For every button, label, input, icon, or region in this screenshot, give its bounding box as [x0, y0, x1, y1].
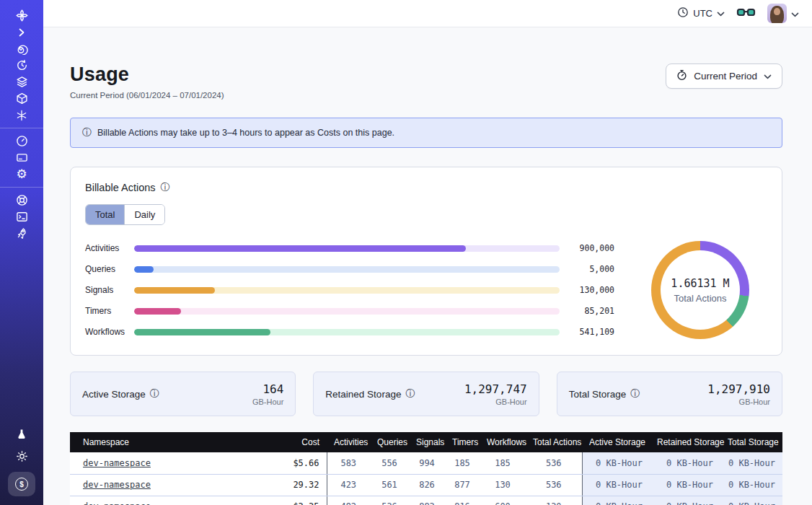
period-button-label: Current Period	[694, 71, 757, 82]
bar-activities	[134, 245, 466, 252]
cube-icon[interactable]	[9, 90, 35, 107]
total-storage-card: Total Storage ⓘ 1,297,910 GB-Hour	[557, 372, 782, 416]
total-actions-label: Total Actions	[674, 293, 727, 304]
bar-timers	[134, 308, 181, 315]
credit-card-icon[interactable]	[9, 149, 35, 166]
timezone-label: UTC	[693, 8, 712, 19]
col-namespace: Namespace	[70, 432, 243, 452]
bar-row-signals: Signals 130,000	[85, 286, 614, 295]
sidebar-divider	[0, 128, 43, 128]
col-total-storage: Total Storage	[720, 432, 782, 452]
table-row: dev-namespace 29.32 423 561 826 877 130 …	[70, 474, 782, 496]
col-timers: Timers	[445, 432, 480, 452]
retained-storage-value: 1,297,747	[464, 382, 527, 396]
bar-row-workflows: Workflows 541,109	[85, 328, 614, 337]
sun-icon[interactable]	[9, 448, 35, 465]
page-subtitle: Current Period (06/01/2024 – 07/01/2024)	[70, 91, 224, 100]
app-window: ⚙	[0, 0, 812, 505]
namespace-usage-table: Namespace Cost Activities Queries Signal…	[70, 432, 782, 505]
bar-row-queries: Queries 5,000	[85, 265, 614, 274]
spiral-icon[interactable]	[9, 40, 35, 57]
col-workflows: Workflows	[480, 432, 526, 452]
chevron-down-icon	[717, 8, 725, 19]
topbar: UTC	[43, 0, 812, 27]
info-icon[interactable]: ⓘ	[405, 387, 415, 400]
avatar	[767, 4, 787, 23]
glasses-icon[interactable]	[736, 6, 756, 21]
info-icon[interactable]: ⓘ	[150, 387, 159, 400]
sidebar-divider	[0, 187, 43, 188]
table-header-row: Namespace Cost Activities Queries Signal…	[70, 432, 782, 452]
rocket-icon[interactable]	[9, 225, 35, 242]
namespace-link[interactable]: dev-namespace	[83, 480, 151, 490]
col-active-storage: Active Storage	[582, 432, 650, 452]
layers-icon[interactable]	[9, 74, 35, 90]
main-panel: UTC Usage	[43, 0, 812, 505]
bar-queries	[134, 266, 154, 273]
namespace-link[interactable]: dev-namespace	[83, 501, 151, 505]
col-cost: Cost	[243, 432, 327, 452]
info-banner: ⓘ Billable Actions may take up to 3–4 ho…	[70, 118, 782, 148]
stopwatch-icon	[676, 69, 687, 83]
chevron-right-icon[interactable]	[9, 24, 35, 40]
lifebuoy-icon[interactable]	[9, 192, 35, 208]
donut-chart-area: 1.66131 M Total Actions	[633, 241, 767, 339]
chevron-down-icon	[764, 71, 772, 82]
current-period-button[interactable]: Current Period	[666, 63, 782, 89]
temporal-logo-icon[interactable]	[9, 7, 35, 24]
col-retained-storage: Retained Storage	[650, 432, 720, 452]
col-signals: Signals	[409, 432, 445, 452]
flask-icon[interactable]	[9, 426, 35, 442]
billable-actions-chart: Activities 900,000 Queries 5,000 Signals	[85, 241, 767, 339]
gauge-icon[interactable]	[9, 133, 35, 149]
user-menu[interactable]	[767, 4, 799, 23]
bar-row-activities: Activities 900,000	[85, 244, 614, 253]
info-icon[interactable]: ⓘ	[161, 181, 170, 194]
clock-icon	[677, 6, 689, 20]
info-banner-text: Billable Actions may take up to 3–4 hour…	[97, 128, 394, 138]
dollar-coin-icon[interactable]: $	[8, 472, 35, 496]
terminal-icon[interactable]	[9, 208, 35, 225]
bar-workflows	[134, 329, 270, 335]
total-actions-value: 1.66131 M	[671, 277, 729, 290]
tab-daily[interactable]: Daily	[124, 205, 164, 224]
active-storage-value: 164	[252, 382, 283, 396]
total-actions-donut: 1.66131 M Total Actions	[651, 241, 749, 339]
content-area: Usage Current Period (06/01/2024 – 07/01…	[43, 27, 812, 505]
col-total-actions: Total Actions	[526, 432, 582, 452]
billable-actions-tabs: Total Daily	[85, 204, 165, 225]
bar-chart: Activities 900,000 Queries 5,000 Signals	[85, 244, 614, 337]
chevron-down-icon	[791, 7, 799, 20]
gear-icon[interactable]: ⚙	[9, 166, 35, 183]
table-row: dev-namespace $5.66 583 556 994 185 185 …	[70, 452, 782, 474]
storage-cards: Active Storage ⓘ 164 GB-Hour Retained St…	[70, 372, 782, 416]
retained-storage-card: Retained Storage ⓘ 1,297,747 GB-Hour	[313, 372, 539, 416]
page-header: Usage Current Period (06/01/2024 – 07/01…	[70, 63, 782, 100]
col-activities: Activities	[327, 432, 370, 452]
namespace-link[interactable]: dev-namespace	[83, 458, 151, 468]
table-row: dev-namespace $3.35 492 536 883 816 600 …	[70, 496, 782, 505]
bar-signals	[134, 287, 215, 294]
bar-row-timers: Timers 85,201	[85, 307, 614, 316]
active-storage-card: Active Storage ⓘ 164 GB-Hour	[70, 372, 296, 416]
asterisk-icon[interactable]	[9, 107, 35, 123]
page-title: Usage	[70, 63, 224, 86]
info-icon: ⓘ	[82, 126, 92, 139]
total-storage-value: 1,297,910	[707, 382, 770, 396]
billable-actions-card: Billable Actions ⓘ Total Daily Activitie…	[70, 167, 782, 356]
col-queries: Queries	[370, 432, 409, 452]
clock-arrow-icon[interactable]	[9, 57, 35, 74]
billable-actions-title: Billable Actions ⓘ	[85, 181, 767, 194]
timezone-selector[interactable]: UTC	[677, 6, 725, 20]
tab-total[interactable]: Total	[86, 205, 124, 224]
sidebar: ⚙	[0, 0, 43, 505]
info-icon[interactable]: ⓘ	[630, 387, 640, 400]
